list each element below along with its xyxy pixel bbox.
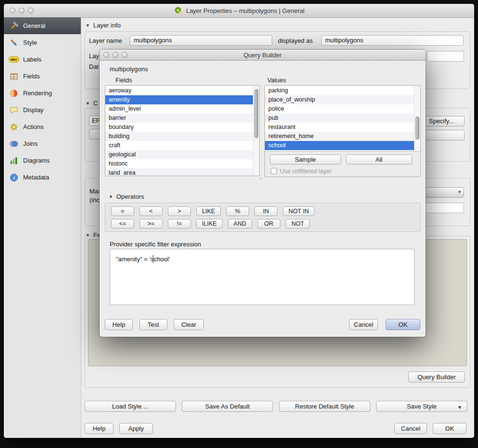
cancel-button[interactable]: Cancel	[394, 423, 427, 434]
save-style-label: Save Style	[407, 403, 437, 410]
sidebar-item-diagrams[interactable]: Diagrams	[4, 152, 81, 169]
displayed-as-label: displayed as	[278, 37, 313, 44]
use-unfiltered-checkbox[interactable]	[271, 168, 277, 174]
operator-button[interactable]: !=	[168, 219, 191, 229]
help-button[interactable]: Help	[85, 423, 113, 434]
field-item[interactable]: craft	[105, 141, 253, 150]
operator-button[interactable]: <=	[111, 219, 134, 229]
desktop-background: Layer Properties – multipolygons | Gener…	[0, 0, 478, 448]
crs-header[interactable]: ▼ C	[86, 100, 98, 107]
layer-name-input[interactable]: multipolygons	[130, 35, 272, 46]
sidebar-item-display[interactable]: Display	[4, 102, 81, 118]
sidebar-item-fields[interactable]: Fields	[4, 68, 81, 85]
value-item[interactable]: retirement_home	[265, 132, 414, 141]
dialog-cancel-button[interactable]: Cancel	[349, 319, 378, 330]
all-button[interactable]: All	[346, 154, 412, 165]
sidebar-item-rendering[interactable]: Rendering	[4, 85, 81, 102]
ok-button[interactable]: OK	[433, 423, 466, 434]
values-scrollbar-thumb[interactable]	[415, 116, 419, 140]
operator-button[interactable]: ILIKE	[196, 219, 223, 229]
field-item[interactable]: amenity	[105, 95, 253, 104]
field-item[interactable]: land_area	[105, 168, 253, 176]
values-scrollbar[interactable]	[414, 86, 420, 151]
save-as-default-button[interactable]: Save As Default	[182, 401, 273, 412]
operator-button[interactable]: >=	[139, 219, 163, 229]
sidebar-item-general[interactable]: General	[4, 17, 81, 34]
layer-source-input-fragment[interactable]	[427, 51, 464, 62]
window-title-text: Layer Properties – multipolygons | Gener…	[186, 7, 304, 14]
fields-icon	[9, 72, 19, 81]
field-item[interactable]: building	[105, 132, 253, 141]
splitter-handle-icon[interactable]: ˇ	[260, 178, 262, 184]
sidebar-item-label: Labels	[23, 56, 41, 63]
value-item[interactable]: school	[265, 141, 414, 150]
dialog-ok-button[interactable]: OK	[386, 319, 420, 330]
sidebar-item-actions[interactable]: Actions	[4, 118, 81, 135]
operator-button[interactable]: AND	[228, 219, 252, 229]
displayed-as-input[interactable]: multipolygons	[321, 35, 464, 46]
fields-scrollbar-thumb[interactable]	[254, 89, 258, 138]
sidebar-item-label: Rendering	[23, 90, 52, 97]
expression-label: Provider specific filter expression	[110, 241, 201, 248]
operator-button[interactable]: NOT	[286, 219, 310, 229]
values-list: parkingplace_of_worshippolicepubrestaura…	[265, 86, 420, 152]
field-item[interactable]: barrier	[105, 114, 253, 123]
sidebar-item-joins[interactable]: Joins	[4, 135, 81, 152]
actions-icon	[9, 122, 19, 132]
value-item[interactable]: police	[265, 104, 414, 114]
value-item[interactable]: pub	[265, 114, 414, 123]
operator-button[interactable]: <	[139, 206, 163, 216]
dialog-help-button[interactable]: Help	[105, 319, 133, 330]
field-item[interactable]: geological	[105, 150, 253, 159]
sidebar-item-metadata[interactable]: i Metadata	[4, 169, 81, 186]
sidebar-item-label: Display	[23, 106, 44, 114]
value-item[interactable]: parking	[265, 86, 414, 95]
load-style-button[interactable]: Load Style ...	[85, 401, 176, 412]
query-builder-button[interactable]: Query Builder	[408, 371, 465, 383]
values-group: parkingplace_of_worshippolicepubrestaura…	[264, 85, 421, 177]
save-style-button[interactable]: Save Style ▼	[376, 401, 467, 412]
operators-header[interactable]: ▼ Operators	[109, 193, 144, 200]
value-item[interactable]: place_of_worship	[265, 95, 414, 104]
value-item[interactable]: restaurant	[265, 123, 414, 132]
operator-button[interactable]: OR	[257, 219, 280, 229]
clear-button[interactable]: Clear	[174, 319, 204, 330]
test-button[interactable]: Test	[139, 319, 167, 330]
properties-sidebar: General Style abc Labels Fields Renderin…	[4, 17, 81, 438]
sidebar-item-labels[interactable]: abc Labels	[4, 51, 81, 68]
sidebar-item-style[interactable]: Style	[4, 34, 81, 51]
operators-groupbox: =<>LIKE%INNOT IN <=>=!=ILIKEANDORNOT	[105, 203, 421, 232]
operator-button[interactable]: >	[168, 206, 191, 216]
restore-default-style-button[interactable]: Restore Default Style	[279, 401, 370, 412]
operator-button[interactable]: NOT IN	[283, 206, 314, 216]
operators-row-2: <=>=!=ILIKEANDORNOT	[111, 219, 310, 229]
data-source-label-fragment: Dat	[89, 63, 99, 70]
operator-button[interactable]: IN	[254, 206, 277, 216]
rendering-icon	[9, 89, 19, 98]
window-title: Layer Properties – multipolygons | Gener…	[4, 4, 474, 17]
operator-button[interactable]: LIKE	[196, 206, 221, 216]
field-item[interactable]: historic	[105, 159, 253, 168]
operators-header-label: Operators	[116, 193, 144, 200]
query-builder-dialog: Query Builder multipolygons Fields Value…	[100, 50, 426, 337]
field-item[interactable]: admin_level	[105, 104, 253, 114]
apply-button[interactable]: Apply	[119, 423, 153, 434]
fields-scrollbar[interactable]	[253, 86, 259, 176]
operator-button[interactable]: =	[111, 206, 134, 216]
operator-button[interactable]: %	[226, 206, 249, 216]
joins-icon	[9, 139, 19, 149]
dialog-titlebar[interactable]: Query Builder	[100, 50, 426, 61]
field-item[interactable]: aeroway	[105, 86, 253, 95]
fields-label: Fields	[115, 77, 132, 84]
layer-info-header-label: Layer info	[93, 22, 121, 29]
sample-button[interactable]: Sample	[270, 154, 341, 165]
chevron-down-icon: ▼	[457, 402, 462, 412]
layer-info-header[interactable]: ▼ Layer info	[86, 22, 121, 29]
chevron-down-icon: ▾	[458, 189, 461, 194]
main-titlebar[interactable]: Layer Properties – multipolygons | Gener…	[4, 4, 474, 18]
filter-expression-textarea[interactable]: "amenity" = 'school'	[110, 249, 415, 305]
disclosure-triangle-icon: ▼	[86, 23, 90, 28]
sidebar-item-label: Joins	[23, 140, 38, 147]
diagrams-icon	[9, 156, 19, 166]
field-item[interactable]: boundary	[105, 123, 253, 132]
